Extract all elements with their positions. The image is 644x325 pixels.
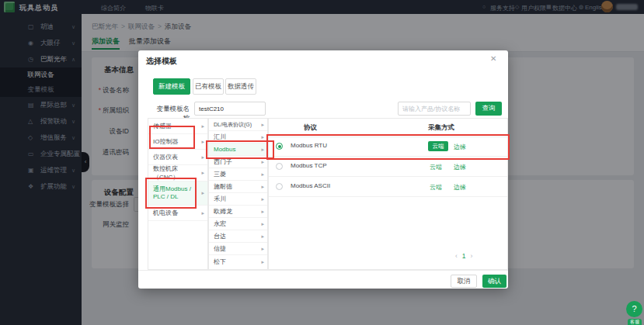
modal-footer-divider: [138, 270, 508, 271]
pagination: ‹1›: [455, 252, 472, 260]
help-button[interactable]: ?: [626, 301, 642, 317]
cancel-button[interactable]: 取消: [451, 275, 477, 288]
confirm-button[interactable]: 确认: [482, 275, 506, 288]
annotation-box-modbus-rtu-row: [266, 134, 510, 160]
radio-icon[interactable]: [276, 163, 283, 170]
search-input[interactable]: [398, 102, 471, 116]
chevron-right-icon: [261, 259, 264, 265]
annotation-box-generic-modbus-category: [145, 178, 197, 209]
question-mark-icon: ?: [632, 304, 636, 313]
brand-panasonic[interactable]: 松下: [209, 255, 267, 268]
column-header-collect-mode: 采集方式: [428, 123, 454, 133]
chevron-right-icon: [201, 139, 204, 145]
brand-fatek[interactable]: 永宏: [209, 218, 267, 230]
brand-xinje[interactable]: 信捷: [209, 243, 267, 255]
brand-omron[interactable]: 欧姆龙: [209, 206, 267, 218]
search-button[interactable]: 查询: [475, 102, 502, 116]
chevron-right-icon: [261, 209, 264, 215]
brand-mitsubishi[interactable]: 三菱: [209, 168, 267, 181]
template-name-input[interactable]: [194, 102, 266, 116]
annotation-box-modbus-brand: [206, 140, 274, 159]
brand-hechuan[interactable]: 禾川: [209, 193, 267, 206]
category-instruments[interactable]: 仪器仪表: [148, 150, 207, 165]
chevron-right-icon: [261, 122, 264, 128]
cloud-collect-link[interactable]: 云端: [430, 163, 442, 171]
customer-service-button[interactable]: 客服: [628, 319, 642, 325]
modal-tab-existing-template[interactable]: 已有模板: [193, 78, 224, 95]
chevron-right-icon: [261, 134, 264, 140]
chevron-right-icon: [261, 246, 264, 252]
annotation-box-new-template: [149, 126, 195, 149]
protocol-row-modbus-ascii[interactable]: Modbus ASCII 云端 边缘: [269, 177, 507, 197]
modal-title: 选择模板: [146, 56, 177, 67]
chevron-right-icon: [261, 196, 264, 202]
cloud-collect-link[interactable]: 云端: [430, 183, 442, 192]
edge-collect-link[interactable]: 边缘: [454, 183, 466, 192]
column-header-protocol: 协议: [304, 123, 317, 133]
chevron-right-icon: [201, 170, 204, 176]
chevron-right-icon: [261, 221, 264, 227]
brand-delta[interactable]: 台达: [209, 230, 267, 243]
modal-tab-new-template[interactable]: 新建模板: [153, 78, 190, 95]
pagination-current-page[interactable]: 1: [462, 252, 466, 260]
pagination-next-icon[interactable]: ›: [471, 252, 473, 260]
select-template-modal: 选择模板 ✕ 新建模板 已有模板 数据透传 变量模板名称 查询 传感器 IO控制…: [138, 50, 508, 289]
chevron-right-icon: [261, 159, 264, 165]
brand-dl-meter[interactable]: DL/电表协议(G): [209, 119, 267, 131]
modal-tab-data-passthrough[interactable]: 数据透传: [225, 78, 256, 95]
edge-collect-link[interactable]: 边缘: [454, 163, 466, 171]
chevron-right-icon: [261, 233, 264, 240]
chevron-right-icon: [261, 171, 264, 178]
pagination-prev-icon[interactable]: ‹: [455, 252, 458, 260]
chevron-right-icon: [261, 184, 264, 190]
close-icon[interactable]: ✕: [490, 54, 496, 63]
radio-icon[interactable]: [276, 183, 283, 190]
chevron-right-icon: [201, 123, 204, 130]
chevron-right-icon: [201, 154, 204, 161]
brand-schneider[interactable]: 施耐德: [209, 181, 267, 193]
chevron-right-icon: [201, 210, 204, 216]
application-window: 玩具总动员 综合简介 物联卡 ○ 服务支持 ◇ 用户权限 ▦ 数据中心 ◍ En…: [0, 0, 644, 325]
chevron-right-icon: [201, 190, 204, 197]
